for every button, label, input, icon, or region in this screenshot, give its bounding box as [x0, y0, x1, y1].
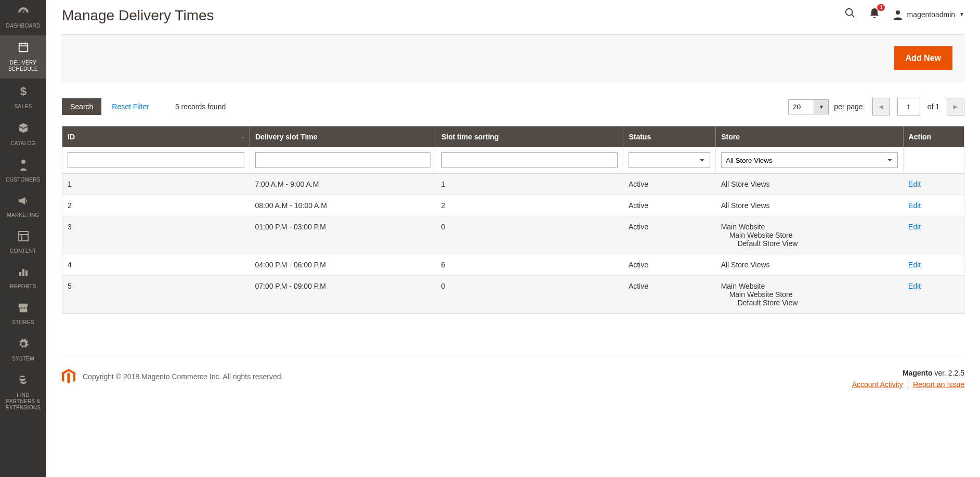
edit-link[interactable]: Edit: [908, 180, 921, 188]
cell-time: 01:00 P.M - 03:00 P.M: [250, 216, 436, 254]
per-page-select[interactable]: ▼: [788, 99, 829, 114]
table-row[interactable]: 17:00 A.M - 9:00 A.M1ActiveAll Store Vie…: [62, 174, 964, 195]
next-page-button[interactable]: ►: [947, 98, 964, 115]
filter-id-input[interactable]: [68, 152, 244, 168]
svg-point-5: [21, 160, 25, 164]
bullhorn-icon: [18, 196, 29, 209]
dropdown-icon[interactable]: ▼: [814, 100, 828, 114]
sidebar-item-system[interactable]: SYSTEM: [0, 332, 46, 368]
gear-icon: [18, 338, 29, 353]
svg-text:$: $: [20, 85, 27, 97]
sidebar-item-dashboard[interactable]: DASHBOARD: [0, 0, 46, 35]
username: magentoadmin: [907, 10, 955, 19]
top-actions: 1 magentoadmin ▼: [844, 7, 964, 21]
table-row[interactable]: 301:00 P.M - 03:00 P.M0ActiveMain Websit…: [62, 216, 964, 254]
per-page: ▼ per page: [788, 99, 863, 114]
sidebar-label: DELIVERY SCHEDULE: [2, 60, 44, 72]
footer-links: Account Activity | Report an Issue: [852, 380, 964, 389]
storefront-icon: [18, 302, 29, 316]
cell-sort: 0: [436, 216, 623, 254]
table-row[interactable]: 507:00 P.M - 09:00 P.M0ActiveMain Websit…: [62, 276, 964, 314]
cell-sort: 6: [436, 254, 623, 276]
col-header-store[interactable]: Store: [716, 126, 903, 147]
main-content: Manage Delivery Times 1 magentoadmin ▼ A…: [46, 0, 980, 477]
cell-id: 5: [62, 276, 250, 314]
cell-status: Active: [623, 216, 716, 254]
footer-right: Magento ver. 2.2.5 Account Activity | Re…: [852, 369, 964, 389]
filter-store-select[interactable]: All Store Views: [721, 152, 897, 168]
action-bar: Add New: [62, 34, 964, 82]
edit-link[interactable]: Edit: [908, 223, 921, 231]
store-line: All Store Views: [721, 261, 898, 269]
sidebar-item-reports[interactable]: REPORTS: [0, 261, 46, 296]
sidebar-item-partners[interactable]: FIND PARTNERS & EXTENSIONS: [0, 368, 46, 417]
separator: |: [907, 380, 909, 389]
col-header-sort[interactable]: Slot time sorting: [436, 126, 623, 147]
col-header-time[interactable]: Delivery slot Time: [250, 126, 436, 147]
sidebar-label: MARKETING: [7, 212, 39, 218]
store-line: Default Store View: [721, 239, 898, 248]
svg-point-12: [846, 9, 853, 16]
cell-status: Active: [623, 174, 716, 195]
footer-left: Copyright © 2018 Magento Commerce Inc. A…: [62, 369, 283, 384]
cell-store: Main WebsiteMain Website StoreDefault St…: [716, 276, 903, 314]
sidebar-item-content[interactable]: CONTENT: [0, 225, 46, 260]
reset-filter-link[interactable]: Reset Filter: [112, 102, 149, 111]
sidebar-item-stores[interactable]: STORES: [0, 296, 46, 331]
svg-rect-10: [22, 269, 24, 276]
edit-link[interactable]: Edit: [908, 201, 921, 210]
prev-page-button[interactable]: ◄: [872, 98, 890, 115]
per-page-label: per page: [834, 102, 863, 111]
col-header-id[interactable]: ID↓: [62, 126, 250, 147]
pager: ◄ of 1 ►: [872, 98, 964, 115]
filter-sort-input[interactable]: [441, 152, 618, 168]
cell-time: 04:00 P.M - 06:00 P.M: [250, 254, 436, 276]
sidebar-label: FIND PARTNERS & EXTENSIONS: [2, 392, 44, 411]
sidebar-label: SYSTEM: [12, 356, 34, 362]
sidebar-item-marketing[interactable]: MARKETING: [0, 189, 46, 225]
filter-time-input[interactable]: [255, 152, 430, 168]
cell-action: Edit: [903, 174, 964, 195]
svg-point-14: [896, 10, 900, 15]
sidebar-item-delivery-schedule[interactable]: DELIVERY SCHEDULE: [0, 35, 46, 78]
caret-down-icon: ▼: [959, 11, 964, 17]
topbar: Manage Delivery Times 1 magentoadmin ▼: [62, 0, 964, 24]
per-page-input[interactable]: [789, 100, 814, 114]
cell-time: 7:00 A.M - 9:00 A.M: [250, 174, 436, 195]
header-row: ID↓ Delivery slot Time Slot time sorting…: [62, 126, 964, 147]
cell-sort: 0: [436, 276, 623, 314]
cell-action: Edit: [903, 195, 964, 216]
edit-link[interactable]: Edit: [908, 261, 921, 269]
cell-status: Active: [623, 195, 716, 216]
col-header-status[interactable]: Status: [623, 126, 716, 147]
edit-link[interactable]: Edit: [908, 282, 921, 290]
svg-rect-9: [19, 272, 21, 276]
cell-store: All Store Views: [716, 254, 903, 276]
filter-status-select[interactable]: [629, 152, 710, 168]
cell-store: Main WebsiteMain Website StoreDefault St…: [716, 216, 903, 254]
search-button[interactable]: Search: [62, 98, 101, 115]
search-icon[interactable]: [844, 7, 856, 21]
cell-id: 1: [62, 174, 250, 195]
sidebar-item-customers[interactable]: CUSTOMERS: [0, 153, 46, 189]
version-text: Magento ver. 2.2.5: [852, 369, 964, 377]
account-activity-link[interactable]: Account Activity: [852, 380, 903, 389]
store-line: Main Website Store: [721, 290, 898, 299]
page-input[interactable]: [897, 98, 920, 115]
filter-row: All Store Views: [62, 147, 964, 174]
data-grid: ID↓ Delivery slot Time Slot time sorting…: [62, 126, 964, 314]
notifications-icon[interactable]: 1: [869, 7, 880, 21]
report-issue-link[interactable]: Report an Issue: [913, 380, 964, 389]
sidebar-item-sales[interactable]: $ SALES: [0, 79, 46, 116]
account-menu[interactable]: magentoadmin ▼: [893, 9, 964, 20]
svg-line-13: [852, 15, 855, 18]
col-header-action[interactable]: Action: [903, 126, 964, 147]
sidebar-item-catalog[interactable]: CATALOG: [0, 116, 46, 152]
cell-sort: 2: [436, 195, 623, 216]
layout-icon: [18, 231, 29, 244]
add-new-button[interactable]: Add New: [894, 46, 952, 70]
store-line: Main Website: [721, 282, 898, 290]
table-row[interactable]: 404:00 P.M - 06:00 P.M6ActiveAll Store V…: [62, 254, 964, 276]
cell-time: 07:00 P.M - 09:00 P.M: [250, 276, 436, 314]
table-row[interactable]: 208:00 A.M - 10:00 A.M2ActiveAll Store V…: [62, 195, 964, 216]
